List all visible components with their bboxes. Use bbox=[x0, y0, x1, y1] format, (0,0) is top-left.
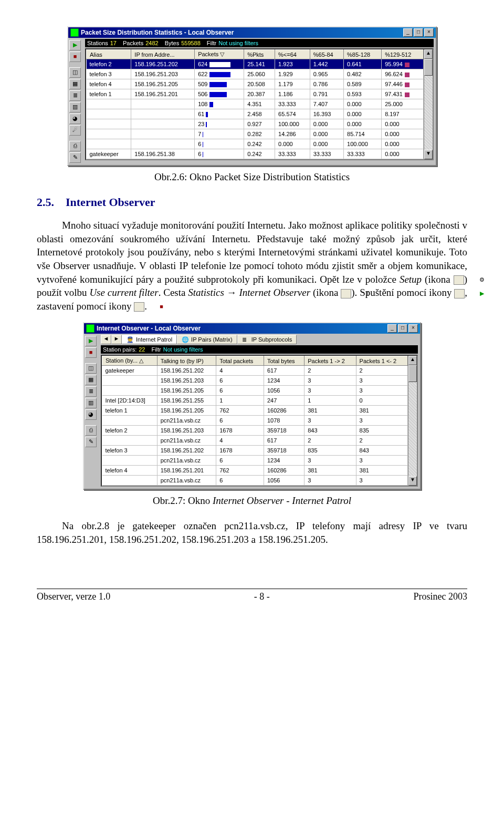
close-button[interactable]: × bbox=[408, 324, 418, 333]
mark-icon bbox=[405, 83, 410, 87]
column-header[interactable]: Total packets bbox=[216, 356, 264, 366]
table-row[interactable]: pcn211a.vsb.cz6105633 bbox=[102, 476, 408, 486]
table-row[interactable]: telefon 3158.196.251.203622 25.0601.9290… bbox=[87, 69, 424, 79]
list-icon[interactable]: ≣ bbox=[69, 90, 81, 101]
stats-bar: Station pairs: 22 Filtr Not using filter… bbox=[101, 345, 418, 354]
tab-prev-button[interactable]: ◄ bbox=[101, 335, 111, 344]
app-icon bbox=[86, 324, 94, 333]
bar-icon[interactable]: ▥ bbox=[69, 102, 81, 112]
packets-label: Packets bbox=[123, 40, 143, 46]
data-grid[interactable]: AliasIP from Addre...Packets ▽%Pkts%<=64… bbox=[86, 49, 424, 159]
table-row[interactable]: pcn211a.vsb.cz6123433 bbox=[102, 456, 408, 466]
mark-icon bbox=[405, 63, 410, 67]
start-icon[interactable]: ▶ bbox=[69, 40, 81, 50]
stop-icon[interactable]: ■ bbox=[69, 51, 81, 62]
data-grid[interactable]: Station (by... △Talking to (by IP)Total … bbox=[102, 356, 408, 486]
vertical-scrollbar[interactable]: ▲ ▼ bbox=[424, 49, 433, 159]
scroll-up-button[interactable]: ▲ bbox=[408, 356, 417, 365]
section-number: 2.5. bbox=[37, 195, 54, 209]
table-row[interactable]: gatekeeper158.196.251.202461722 bbox=[102, 366, 408, 376]
table-row[interactable]: 6 0.2420.0000.000100.0000.000 bbox=[87, 139, 424, 149]
bar-icon[interactable]: ▥ bbox=[85, 398, 97, 408]
table-row[interactable]: 158.196.251.2036123433 bbox=[102, 376, 408, 386]
pairs-value: 22 bbox=[139, 346, 145, 353]
scroll-down-button[interactable]: ▼ bbox=[424, 150, 433, 159]
column-header[interactable]: %Pkts bbox=[244, 50, 275, 59]
graph-icon[interactable]: ☄ bbox=[69, 125, 81, 136]
grid-container: Station (by... △Talking to (by IP)Total … bbox=[101, 355, 418, 487]
internet-observer-icon: I bbox=[341, 289, 351, 298]
column-header[interactable]: Total bytes bbox=[264, 356, 304, 366]
scroll-thumb[interactable] bbox=[424, 59, 433, 76]
table-row[interactable]: telefon 3158.196.251.2021678359718835843 bbox=[102, 446, 408, 456]
table-row[interactable]: 23 0.927100.0000.0000.0000.000 bbox=[87, 119, 424, 129]
pie-icon[interactable]: ◕ bbox=[85, 409, 97, 420]
maximize-button[interactable]: □ bbox=[414, 28, 423, 37]
grid-icon[interactable]: ▦ bbox=[69, 79, 81, 89]
table-row[interactable]: telefon 2158.196.251.2031678359718843835 bbox=[102, 426, 408, 436]
table-row[interactable]: gatekeeper158.196.251.386 0.24233.33333.… bbox=[87, 149, 424, 159]
pie-icon[interactable]: ◕ bbox=[69, 114, 81, 124]
scroll-thumb[interactable] bbox=[408, 365, 417, 382]
table-row[interactable]: Intel [2D:14:D3]158.196.251.255124710 bbox=[102, 396, 408, 406]
column-header[interactable]: Station (by... △ bbox=[102, 356, 158, 366]
vertical-scrollbar[interactable]: ▲ ▼ bbox=[408, 356, 417, 486]
minimize-button[interactable]: _ bbox=[387, 324, 397, 333]
table-row[interactable]: telefon 1158.196.251.201506 20.3871.1860… bbox=[87, 89, 424, 99]
table-row[interactable]: pcn211a.vsb.cz6107833 bbox=[102, 416, 408, 426]
footer-left: Observer, verze 1.0 bbox=[37, 591, 110, 602]
close-button[interactable]: × bbox=[424, 28, 434, 37]
column-header[interactable]: %129-512 bbox=[382, 50, 424, 59]
figure-1-caption: Obr.2.6: Okno Packet Size Distribution S… bbox=[37, 171, 467, 183]
scroll-up-button[interactable]: ▲ bbox=[424, 49, 433, 59]
figure-2: Internet Observer - Local Observer _ □ ×… bbox=[37, 322, 467, 490]
tail-paragraph: Na obr.2.8 je gatekeeper označen pcn211a… bbox=[37, 519, 467, 546]
tab-ip-pairs[interactable]: 🌐IP Pairs (Matrix) bbox=[177, 335, 237, 344]
column-header[interactable]: Talking to (by IP) bbox=[157, 356, 216, 366]
tab-ip-subprotocols[interactable]: ≣IP Subprotocols bbox=[237, 335, 297, 344]
start-icon: ▶ bbox=[454, 289, 465, 298]
print-icon[interactable]: ⎙ bbox=[85, 425, 97, 436]
window-packet-size: Packet Size Distribution Statistics - Lo… bbox=[67, 26, 437, 166]
minimize-button[interactable]: _ bbox=[403, 28, 413, 37]
grid-icon[interactable]: ▦ bbox=[85, 375, 97, 385]
column-header[interactable]: Packets 1 -> 2 bbox=[304, 356, 356, 366]
stop-icon[interactable]: ■ bbox=[85, 347, 97, 358]
tab-next-button[interactable]: ► bbox=[111, 335, 122, 344]
table-row[interactable]: 108 4.35133.3337.4070.00025.000 bbox=[87, 99, 424, 109]
table-row[interactable]: telefon 4158.196.251.205509 20.5081.1790… bbox=[87, 79, 424, 89]
stations-value: 17 bbox=[110, 40, 117, 46]
save-icon[interactable]: ✎ bbox=[69, 152, 81, 163]
table-row[interactable]: telefon 4158.196.251.201762160286381381 bbox=[102, 466, 408, 476]
save-icon[interactable]: ✎ bbox=[85, 437, 97, 447]
figure-1: Packet Size Distribution Statistics - Lo… bbox=[37, 26, 467, 166]
table-row[interactable]: pcn211a.vsb.cz461722 bbox=[102, 436, 408, 446]
maximize-button[interactable]: □ bbox=[398, 324, 407, 333]
mark-icon bbox=[405, 92, 410, 97]
tab-internet-patrol[interactable]: 👮Internet Patrol bbox=[122, 335, 177, 344]
internet-observer-term: Internet Observer bbox=[239, 287, 310, 298]
column-header[interactable]: %85-128 bbox=[344, 50, 382, 59]
table-row[interactable]: telefon 1158.196.251.205762160286381381 bbox=[102, 406, 408, 416]
column-header[interactable]: Packets ▽ bbox=[195, 50, 244, 59]
stop-icon: ■ bbox=[134, 302, 144, 312]
protocol-icon: ≣ bbox=[242, 336, 249, 343]
column-header[interactable]: Packets 1 <- 2 bbox=[356, 356, 407, 366]
filter-value: Not using filters bbox=[218, 40, 258, 46]
table-row[interactable]: 7 0.28214.2860.00085.7140.000 bbox=[87, 129, 424, 139]
table-row[interactable]: 61 2.45865.57416.3930.0008.197 bbox=[87, 109, 424, 119]
start-icon[interactable]: ▶ bbox=[85, 336, 97, 346]
filter-label: Filtr bbox=[207, 40, 216, 46]
column-header[interactable]: IP from Addre... bbox=[131, 50, 195, 59]
scroll-down-button[interactable]: ▼ bbox=[408, 476, 417, 486]
column-header[interactable]: %<=64 bbox=[275, 50, 310, 59]
chart-icon[interactable]: ◫ bbox=[85, 363, 97, 374]
table-row[interactable]: telefon 2158.196.251.202624 25.1411.9231… bbox=[87, 59, 424, 69]
chart-icon[interactable]: ◫ bbox=[69, 67, 81, 78]
column-header[interactable]: Alias bbox=[87, 50, 131, 59]
column-header[interactable]: %65-84 bbox=[310, 50, 343, 59]
list-icon[interactable]: ≣ bbox=[85, 386, 97, 397]
table-row[interactable]: 158.196.251.2056105633 bbox=[102, 386, 408, 396]
stats-bar: Stations 17 Packets 2482 Bytes 559588 Fi… bbox=[85, 39, 434, 47]
print-icon[interactable]: ⎙ bbox=[69, 141, 81, 151]
